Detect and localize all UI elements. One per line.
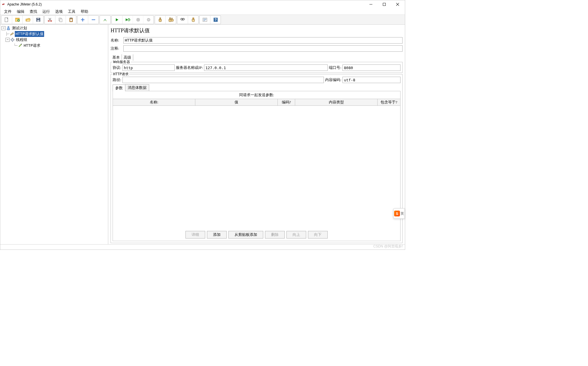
menu-help[interactable]: 帮助: [78, 8, 91, 15]
path-label: 路径:: [113, 77, 121, 82]
subtab-body[interactable]: 消息体数据: [125, 84, 149, 91]
up-button[interactable]: 向上: [286, 231, 306, 238]
editor-tabs: 基本 高级: [111, 54, 403, 61]
close-button[interactable]: [391, 0, 404, 8]
param-table-area: 同请求一起发送参数: 名称: 值 编码? 内容类型 包含等于? 详细 添加 从剪…: [113, 91, 401, 241]
svg-rect-25: [160, 18, 161, 19]
svg-rect-15: [60, 19, 62, 22]
title-bar: ✒ Apache JMeter (5.6.2): [0, 0, 405, 8]
wrench-icon: [10, 32, 14, 36]
protocol-input[interactable]: [122, 64, 175, 71]
toolbar-group-search: [177, 15, 199, 24]
ime-logo-icon: S: [394, 211, 400, 216]
add-button[interactable]: 添加: [207, 231, 227, 238]
minimize-button[interactable]: [364, 0, 378, 8]
start-button[interactable]: [112, 16, 122, 24]
svg-rect-17: [70, 18, 72, 19]
name-row: 名称:: [111, 37, 403, 44]
path-input[interactable]: [122, 77, 324, 83]
collapse-button[interactable]: [88, 16, 98, 24]
menu-run[interactable]: 运行: [40, 8, 53, 15]
webserver-fields: 协议: 服务器名称或IP: 端口号:: [113, 64, 401, 71]
cut-button[interactable]: [45, 16, 55, 24]
svg-rect-40: [21, 44, 22, 45]
search-button[interactable]: [177, 16, 188, 24]
tree-http-request-label: HTTP请求: [23, 43, 41, 49]
templates-button[interactable]: [12, 16, 22, 24]
tree-http-request[interactable]: └─ HTTP请求: [0, 43, 108, 49]
menu-bar: 文件 编辑 查找 运行 选项 工具 帮助: [0, 8, 405, 15]
menu-search[interactable]: 查找: [27, 8, 40, 15]
help-button[interactable]: ?: [210, 16, 221, 24]
save-button[interactable]: [33, 16, 43, 24]
down-button[interactable]: 向下: [308, 231, 328, 238]
paste-button[interactable]: [66, 16, 76, 24]
tree-toggle-root[interactable]: −: [1, 26, 6, 30]
menu-tools[interactable]: 工具: [65, 8, 78, 15]
toolbar-group-edit: [44, 15, 76, 24]
svg-point-29: [183, 18, 184, 20]
detail-button[interactable]: 详细: [185, 231, 205, 238]
param-caption: 同请求一起发送参数:: [113, 91, 400, 99]
toolbar-group-help: ?: [199, 15, 221, 24]
port-label: 端口号:: [329, 65, 341, 70]
subtab-params[interactable]: 参数: [113, 85, 125, 91]
svg-rect-9: [37, 20, 39, 21]
comment-label: 注释:: [111, 46, 123, 51]
shutdown-button[interactable]: [143, 16, 154, 24]
httpreq-fieldset: HTTP请求 路径: 内容编码: 参数 消息体数据 同请求一起发送参数: 名称:…: [111, 74, 403, 243]
tree-root[interactable]: − 测试计划: [0, 25, 108, 31]
from-clipboard-button[interactable]: 从剪贴板添加: [228, 231, 263, 238]
webserver-legend: Web服务器: [113, 60, 131, 64]
svg-marker-23: [136, 18, 140, 21]
clear-button[interactable]: [155, 16, 165, 24]
maximize-button[interactable]: [378, 0, 391, 8]
menu-file[interactable]: 文件: [1, 8, 14, 15]
menu-edit[interactable]: 编辑: [14, 8, 27, 15]
comment-input[interactable]: [123, 45, 403, 52]
col-name[interactable]: 名称:: [113, 99, 195, 105]
editor-panel: HTTP请求默认值 名称: 注释: 基本 高级 Web服务器 协议: 服务器名称…: [108, 25, 405, 244]
tree-thread-group-label: 线程组: [15, 37, 28, 43]
tree-connector: └─: [14, 44, 17, 48]
open-button[interactable]: [22, 16, 33, 24]
server-input[interactable]: [204, 64, 328, 71]
httpreq-fields: 路径: 内容编码:: [113, 77, 401, 83]
menu-options[interactable]: 选项: [53, 8, 65, 15]
encoding-input[interactable]: [342, 77, 401, 83]
svg-point-35: [12, 40, 13, 40]
delete-button[interactable]: 删除: [265, 231, 285, 238]
svg-marker-21: [126, 18, 128, 21]
app-icon: ✒: [1, 2, 6, 7]
expand-button[interactable]: [77, 16, 88, 24]
svg-marker-20: [116, 18, 118, 21]
toolbar: ?: [0, 15, 405, 25]
param-body[interactable]: [113, 106, 400, 229]
param-subtabs: 参数 消息体数据: [113, 84, 401, 91]
name-input[interactable]: [123, 37, 403, 44]
reset-search-button[interactable]: [188, 16, 198, 24]
col-equals[interactable]: 包含等于?: [378, 99, 400, 105]
function-helper-button[interactable]: [200, 16, 210, 24]
tree-thread-group[interactable]: − 线程组: [0, 37, 108, 43]
tree-http-defaults[interactable]: ├─ HTTP请求默认值: [0, 31, 108, 37]
ime-indicator[interactable]: S 英: [393, 208, 405, 219]
param-buttons: 详细 添加 从剪贴板添加 删除 向上 向下: [113, 229, 400, 241]
col-content[interactable]: 内容类型: [295, 99, 378, 105]
col-encode[interactable]: 编码?: [278, 99, 295, 105]
copy-button[interactable]: [55, 16, 66, 24]
svg-rect-6: [15, 18, 19, 19]
svg-rect-18: [70, 19, 72, 21]
col-value[interactable]: 值: [195, 99, 278, 105]
toggle-button[interactable]: [100, 16, 110, 24]
tree-toggle-thread[interactable]: −: [6, 38, 10, 42]
httpreq-legend: HTTP请求: [113, 72, 129, 77]
clear-all-button[interactable]: [165, 16, 176, 24]
tree-panel[interactable]: − 测试计划 ├─ HTTP请求默认值 − 线程组 └─ HTTP请求: [0, 25, 108, 244]
svg-rect-26: [169, 18, 171, 19]
stop-button[interactable]: [133, 16, 143, 24]
flask-icon: [6, 26, 11, 31]
new-button[interactable]: [1, 16, 12, 24]
port-input[interactable]: [342, 64, 401, 71]
start-no-timers-button[interactable]: [122, 16, 133, 24]
